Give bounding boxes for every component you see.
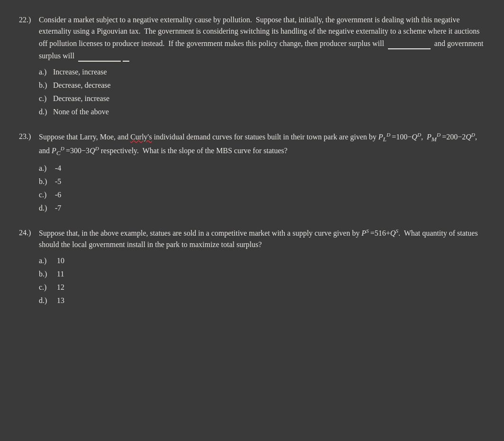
choice-22b-text: Decrease, decrease xyxy=(53,80,111,91)
choice-24a-label: a.) xyxy=(39,255,53,266)
question-22-body: Consider a market subject to a negative … xyxy=(39,14,485,62)
question-22: 22.) Consider a market subject to a nega… xyxy=(19,14,485,118)
choice-23a-label: a.) xyxy=(39,163,53,174)
question-23: 23.) Suppose that Larry, Moe, and Curly'… xyxy=(19,131,485,214)
choice-23d: d.) -7 xyxy=(39,202,485,214)
choice-23c: c.) -6 xyxy=(39,189,485,201)
choice-24d-label: d.) xyxy=(39,295,53,306)
question-24-text: Suppose that, in the above example, stat… xyxy=(39,227,485,250)
choice-22d: d.) None of the above xyxy=(39,106,485,118)
question-23-choices: a.) -4 b.) -5 c.) -6 d.) -7 xyxy=(39,163,485,214)
question-22-header: 22.) Consider a market subject to a nega… xyxy=(19,14,485,62)
choice-23b-text: -5 xyxy=(53,176,61,187)
choice-24b-text: 11 xyxy=(53,268,64,280)
question-24-header: 24.) Suppose that, in the above example,… xyxy=(19,227,485,250)
choice-22b: b.) Decrease, decrease xyxy=(39,80,485,91)
choice-23a: a.) -4 xyxy=(39,163,485,174)
choice-22d-text: None of the above xyxy=(53,106,109,118)
choice-23c-label: c.) xyxy=(39,189,53,201)
choice-23b: b.) -5 xyxy=(39,176,485,187)
choice-24a-text: 10 xyxy=(53,255,64,266)
question-23-number: 23.) xyxy=(19,131,39,142)
choice-24a: a.) 10 xyxy=(39,255,485,266)
choice-24d-text: 13 xyxy=(53,295,64,306)
choice-24c-label: c.) xyxy=(39,282,53,293)
question-23-text: Suppose that Larry, Moe, and Curly's ind… xyxy=(39,131,485,158)
choice-23b-label: b.) xyxy=(39,176,53,187)
question-23-header: 23.) Suppose that Larry, Moe, and Curly'… xyxy=(19,131,485,158)
question-24: 24.) Suppose that, in the above example,… xyxy=(19,227,485,306)
question-23-body: Suppose that Larry, Moe, and Curly's ind… xyxy=(39,131,485,158)
choice-23c-text: -6 xyxy=(53,189,61,201)
question-24-choices: a.) 10 b.) 11 c.) 12 d.) 13 xyxy=(39,255,485,306)
curly-name: Curly's xyxy=(130,133,152,141)
choice-23d-text: -7 xyxy=(53,202,61,214)
choice-22c: c.) Decrease, increase xyxy=(39,93,485,104)
choice-22c-text: Decrease, increase xyxy=(53,93,109,104)
choice-24c-text: 12 xyxy=(53,282,64,293)
choice-22a-label: a.) xyxy=(39,66,53,78)
blank-government-surplus xyxy=(78,49,121,62)
blank-producer-surplus xyxy=(388,37,431,49)
question-24-number: 24.) xyxy=(19,227,39,239)
choice-24b: b.) 11 xyxy=(39,268,485,280)
choice-23a-text: -4 xyxy=(53,163,61,174)
choice-24c: c.) 12 xyxy=(39,282,485,293)
question-22-text: Consider a market subject to a negative … xyxy=(39,14,485,62)
choice-22a-text: Increase, increase xyxy=(53,66,107,78)
choice-22a: a.) Increase, increase xyxy=(39,66,485,78)
choice-24d: d.) 13 xyxy=(39,295,485,306)
choice-22b-label: b.) xyxy=(39,80,53,91)
choice-22d-label: d.) xyxy=(39,106,53,118)
choice-23d-label: d.) xyxy=(39,202,53,214)
question-22-choices: a.) Increase, increase b.) Decrease, dec… xyxy=(39,66,485,118)
choice-22c-label: c.) xyxy=(39,93,53,104)
choice-24b-label: b.) xyxy=(39,268,53,280)
question-24-body: Suppose that, in the above example, stat… xyxy=(39,227,485,250)
question-22-number: 22.) xyxy=(19,14,39,26)
